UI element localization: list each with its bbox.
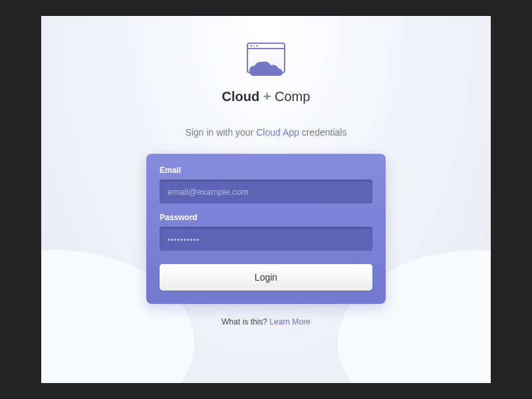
footer-question: What is this?	[221, 317, 269, 327]
password-field[interactable]: ••••••••••	[160, 227, 372, 251]
title-part2: Comp	[275, 89, 310, 104]
signin-subtitle: Sign in with your Cloud App credentials	[186, 127, 347, 138]
email-field[interactable]	[160, 180, 372, 203]
footer-text: What is this? Learn More	[221, 317, 310, 327]
title-plus: +	[259, 89, 275, 104]
app-logo-icon	[244, 43, 288, 80]
page-title: Cloud + Comp	[222, 89, 311, 104]
login-form-card: Email Password •••••••••• Login	[146, 154, 386, 304]
password-label: Password	[160, 213, 372, 222]
login-button[interactable]: Login	[160, 264, 372, 291]
learn-more-link[interactable]: Learn More	[269, 317, 310, 327]
subtitle-suffix: credentials	[299, 127, 347, 138]
email-label: Email	[160, 166, 372, 175]
cloud-app-link[interactable]: Cloud App	[256, 127, 299, 138]
title-part1: Cloud	[222, 89, 260, 104]
subtitle-prefix: Sign in with your	[186, 127, 257, 138]
